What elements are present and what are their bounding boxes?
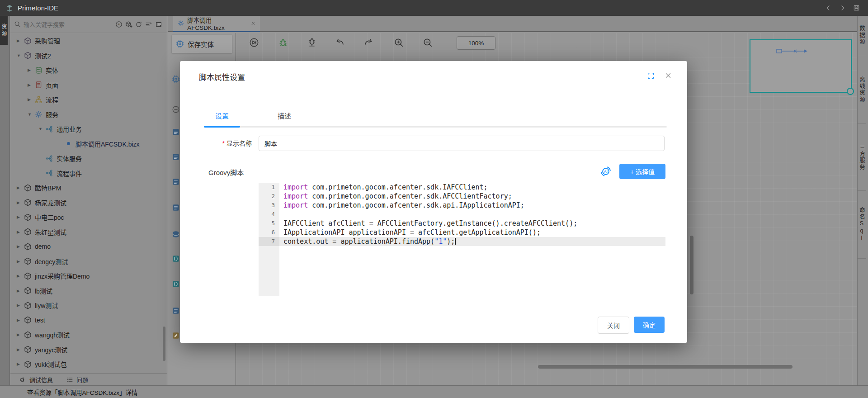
vertical-scrollbar[interactable] [690,236,693,294]
tree-item[interactable]: ▶liyw测试 [10,298,167,313]
palette-bracenode-icon[interactable] [172,255,180,263]
tree-item[interactable]: ▶杨家龙测试 [10,195,167,210]
chevron-right-icon[interactable]: ▶ [17,259,24,264]
chevron-right-icon[interactable]: ▶ [17,362,24,366]
tree-item[interactable]: 流程事件 [10,166,167,181]
chevron-right-icon[interactable]: ▶ [17,215,24,219]
right-tab[interactable]: 数据源 [858,16,866,55]
code-line[interactable]: 7context.out = applicationAPI.findApp("1… [259,237,665,246]
zoom-level-box[interactable]: 100% [457,36,495,50]
chevron-right-icon[interactable]: ▶ [17,230,24,234]
tree-item[interactable]: ▼服务 [10,107,167,122]
rail-tab-resources[interactable]: 资源 [0,16,8,45]
palette-dbnode-icon[interactable] [172,230,180,238]
tree-item[interactable]: ▶中电二poc [10,210,167,225]
palette-sqnode-icon[interactable] [172,153,180,161]
toolbar-undo-icon[interactable] [335,38,345,47]
close-dialog-icon[interactable] [665,72,672,79]
chevron-right-icon[interactable]: ▶ [28,83,35,87]
close-button[interactable]: 关闭 [598,317,629,334]
palette-sqnode-icon[interactable] [172,128,180,136]
dialog-tab-inactive[interactable]: 描述 [278,111,291,120]
tree-item[interactable]: ▶dengcy测试 [10,254,167,269]
bottom-tab-megaphone[interactable]: 调试信息 [19,375,53,384]
sort-icon[interactable] [145,21,152,28]
palette-sqnode-icon[interactable] [172,307,180,315]
chevron-right-icon[interactable]: ▶ [17,244,24,249]
palette-sqnode-icon[interactable] [172,204,180,212]
close-tab-icon[interactable] [251,21,255,26]
ai-badge-icon[interactable]: AI [115,21,123,28]
bottom-tab-list[interactable]: 问题 [66,375,88,384]
tree-item[interactable]: ▶demo [10,239,167,254]
nav-forward-icon[interactable] [839,5,846,11]
tree-item[interactable]: ▶流程 [10,92,167,107]
tree-item[interactable]: ▶朱红星测试 [10,225,167,240]
chevron-down-icon[interactable]: ▼ [38,127,46,131]
tree-item[interactable]: ▶wangqh测试 [10,327,167,342]
code-line[interactable]: 6IApplicationAPI applicationAPI = afcCli… [259,228,665,237]
sidebar-scrollbar[interactable] [163,327,165,361]
code-line[interactable]: 5IAFCClient afcClient = AFCClientFactory… [259,219,665,228]
display-name-input[interactable]: 脚本 [259,136,665,151]
palette-sqnode-icon[interactable] [172,178,180,186]
editor-tab-active[interactable]: 脚本调用AFCSDK.bizx [173,16,260,32]
palette-chip-icon[interactable] [172,75,180,83]
horizontal-scrollbar[interactable] [538,365,793,369]
right-tab[interactable]: 离线资源 [858,55,866,124]
nav-back-icon[interactable] [825,5,832,11]
tree-item[interactable]: ▼测试2 [10,48,167,63]
panel-icon[interactable] [155,21,162,28]
chevron-right-icon[interactable]: ▶ [17,185,24,190]
dialog-tab-active[interactable]: 设置 [215,111,229,120]
tree-item[interactable]: ▶采购管理 [10,33,167,48]
chevron-right-icon[interactable]: ▶ [17,318,24,322]
tree-item[interactable]: ▶test [10,313,167,328]
toolbar-redo-icon[interactable] [363,38,373,47]
tree-item[interactable]: ▶lb测试 [10,284,167,298]
chevron-right-icon[interactable]: ▶ [17,332,24,337]
chevron-right-icon[interactable]: ▶ [28,97,35,102]
code-line[interactable]: 3import com.primeton.gocom.afcenter.sdk.… [259,201,665,210]
save-icon[interactable] [853,5,860,11]
tree-item[interactable]: ▼通用业务 [10,122,167,137]
palette-node-save-entity[interactable]: 保存实体 [172,35,232,53]
code-line[interactable]: 4 [259,210,665,219]
search-bar[interactable]: 输入关键字搜索 AI [10,16,167,33]
tree-item[interactable]: ▶酷特BPM [10,180,167,195]
toolbar-bugrun-icon[interactable] [278,38,288,47]
palette-circleminus-icon[interactable] [172,105,180,114]
chevron-right-icon[interactable]: ▶ [17,303,24,308]
tree-item[interactable]: 实体服务 [10,151,167,166]
tree-item[interactable]: ▶yangyc测试 [10,342,167,357]
tree-item[interactable]: ▶jinzx采购管理Demo [10,269,167,284]
search-input[interactable]: 输入关键字搜索 [24,20,115,28]
chevron-right-icon[interactable]: ▶ [28,68,35,72]
chevron-down-icon[interactable]: ▼ [28,112,35,117]
select-value-button[interactable]: + 选择值 [619,164,665,179]
minimap[interactable] [750,39,852,93]
toolbar-zoomin-icon[interactable] [394,38,404,47]
chevron-right-icon[interactable]: ▶ [17,347,24,352]
toolbar-zoomout-icon[interactable] [423,38,433,47]
toolbar-bugstep-icon[interactable] [307,38,317,47]
right-tab[interactable]: 命名Sql [858,191,866,259]
palette-pencilnode-icon[interactable] [172,332,180,340]
chevron-right-icon[interactable]: ▶ [17,289,24,293]
groovy-code-editor[interactable]: 1import com.primeton.gocom.afcenter.sdk.… [259,183,665,296]
package-plus-icon[interactable] [125,21,132,28]
palette-bracenode-icon[interactable] [172,280,180,288]
tree-item[interactable]: ▶实体 [10,63,167,78]
tree-item[interactable]: 脚本调用AFCSDK.bizx [10,137,167,152]
tree-item[interactable]: ▶页面 [10,78,167,93]
right-tab[interactable]: 三方服务 [858,124,866,191]
code-line[interactable]: 1import com.primeton.gocom.afcenter.sdk.… [259,183,665,192]
minimap-zoom-handle[interactable] [847,88,854,95]
chevron-right-icon[interactable]: ▶ [17,200,24,205]
code-line[interactable]: 2import com.primeton.gocom.afcenter.sdk.… [259,192,665,201]
chevron-right-icon[interactable]: ▶ [17,274,24,278]
fullscreen-icon[interactable] [647,72,655,80]
confirm-button[interactable]: 确定 [634,317,665,333]
refresh-icon[interactable] [135,21,142,28]
ai-assist-icon[interactable]: AI [600,166,611,177]
